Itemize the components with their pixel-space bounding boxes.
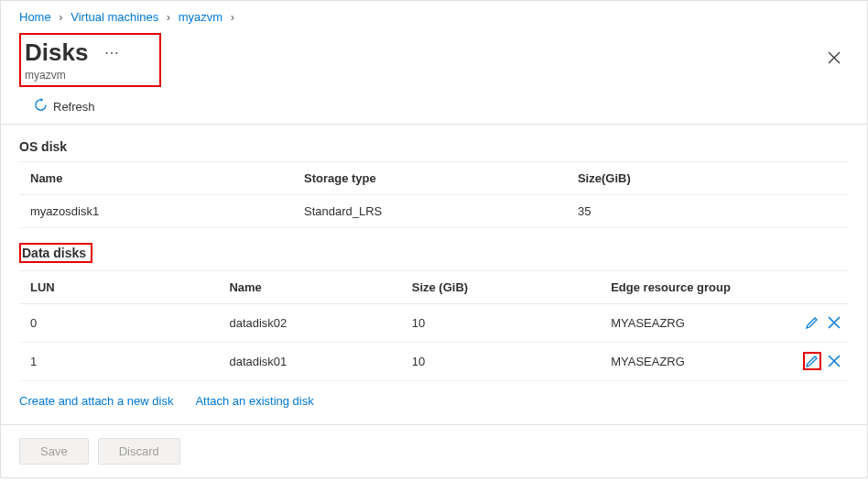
osdisk-col-storage: Storage type [293,162,567,195]
close-icon [827,315,841,330]
close-button[interactable] [819,47,849,73]
osdisk-size: 35 [567,195,849,228]
chevron-right-icon: › [231,10,234,24]
edit-button[interactable] [803,313,821,332]
attach-disk-link[interactable]: Attach an existing disk [195,394,313,408]
table-row: 0 datadisk02 10 MYASEAZRG [19,304,849,343]
osdisk-storage: Standard_LRS [293,195,567,228]
datadisks-col-name: Name [218,271,400,304]
page-title: Disks [25,38,88,67]
datadisk-size: 10 [401,304,600,343]
chevron-right-icon: › [167,10,170,24]
breadcrumb: Home › Virtual machines › myazvm › [1,1,867,33]
osdisk-table: Name Storage type Size(GiB) myazosdisk1 … [19,161,849,228]
refresh-icon [34,98,48,115]
breadcrumb-home[interactable]: Home [19,10,51,24]
osdisk-name: myazosdisk1 [19,195,293,228]
page-title-block: Disks ⋯ myazvm [19,33,161,87]
datadisks-table: LUN Name Size (GiB) Edge resource group … [19,270,849,381]
datadisk-lun: 1 [19,343,218,381]
datadisk-name: datadisk01 [218,343,400,381]
refresh-button[interactable]: Refresh [34,98,849,115]
osdisk-title: OS disk [19,139,849,154]
create-disk-link[interactable]: Create and attach a new disk [19,394,173,408]
edit-button[interactable] [803,352,821,370]
datadisk-rg: MYASEAZRG [600,343,782,381]
datadisks-title: Data disks [19,243,92,263]
datadisks-col-rg: Edge resource group [600,271,782,304]
close-icon [827,354,841,368]
discard-button[interactable]: Discard [98,438,180,465]
datadisk-rg: MYASEAZRG [600,304,782,343]
osdisk-col-size: Size(GiB) [567,162,849,195]
datadisk-lun: 0 [19,304,218,343]
delete-button[interactable] [825,352,843,370]
breadcrumb-vms[interactable]: Virtual machines [71,10,158,24]
refresh-label: Refresh [53,100,95,114]
datadisk-size: 10 [401,343,600,381]
more-icon[interactable]: ⋯ [104,45,119,60]
osdisk-col-name: Name [19,162,293,195]
table-row: 1 datadisk01 10 MYASEAZRG [19,343,849,381]
pencil-icon [805,315,819,330]
save-button[interactable]: Save [19,438,89,465]
table-row: myazosdisk1 Standard_LRS 35 [19,195,849,228]
page-subtitle: myazvm [25,69,154,82]
breadcrumb-vm[interactable]: myazvm [179,10,222,24]
pencil-icon [805,354,819,368]
delete-button[interactable] [825,313,843,332]
datadisk-name: datadisk02 [218,304,400,343]
datadisks-col-size: Size (GiB) [401,271,600,304]
chevron-right-icon: › [59,10,62,24]
close-icon [827,50,841,65]
datadisks-col-lun: LUN [19,271,218,304]
